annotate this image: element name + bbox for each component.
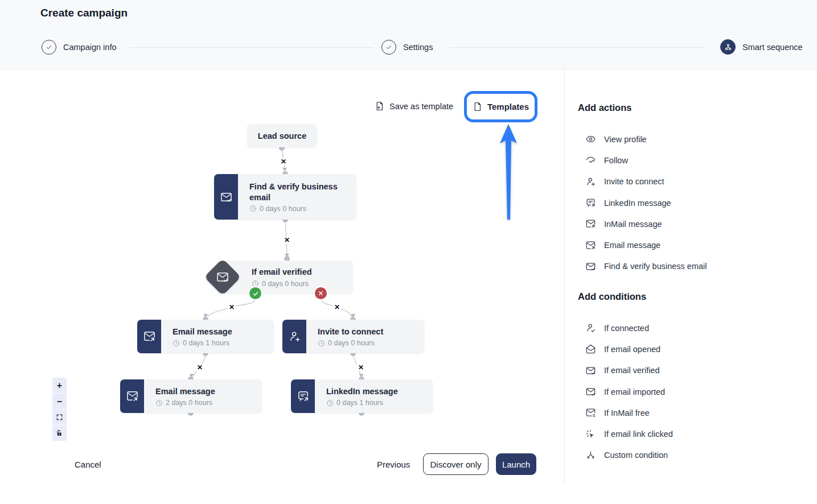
envelope-arrow-icon — [137, 320, 161, 353]
condition-custom[interactable]: Custom condition — [585, 445, 673, 466]
node-delay: 0 days 0 hours — [328, 339, 375, 347]
chat-arrow-icon — [585, 197, 596, 208]
step-label: Campaign info — [63, 43, 117, 52]
svg-text:$: $ — [593, 414, 596, 419]
clock-icon — [155, 399, 163, 407]
condition-label: Custom condition — [604, 451, 668, 460]
node-email-message-1[interactable]: Email message 0 days 1 hours — [137, 320, 274, 353]
eye-icon — [585, 134, 596, 144]
envelope-check-icon — [214, 174, 238, 220]
envelope-check-icon — [585, 365, 596, 376]
plus-icon: + — [57, 381, 62, 391]
save-as-template-label: Save as template — [389, 102, 453, 111]
step-label: Settings — [403, 43, 433, 52]
fork-icon — [585, 450, 596, 461]
condition-if-email-opened[interactable]: If email opened — [585, 338, 673, 360]
action-label: Invite to connect — [604, 177, 664, 186]
lock-button[interactable] — [52, 425, 67, 441]
remove-connection-icon[interactable]: ✕ — [196, 364, 204, 371]
add-conditions-heading: Add conditions — [578, 291, 646, 302]
create-campaign-page: Create campaign Campaign info Settings S… — [0, 0, 817, 504]
discover-only-button[interactable]: Discover only — [423, 453, 488, 475]
annotation-arrow-up — [495, 122, 522, 222]
node-title: Find & verify business email — [249, 181, 340, 202]
node-delay: 0 days 1 hours — [336, 399, 383, 407]
action-label: Find & verify business email — [604, 262, 707, 271]
remove-connection-icon[interactable]: ✕ — [280, 158, 288, 165]
step-campaign-info[interactable]: Campaign info — [42, 40, 117, 55]
step-settings[interactable]: Settings — [381, 40, 433, 55]
action-inmail-message[interactable]: InMail message — [585, 213, 707, 234]
remove-connection-icon[interactable]: ✕ — [228, 304, 236, 311]
condition-if-email-verified[interactable]: If email verified — [585, 360, 673, 381]
chat-arrow-icon — [291, 379, 315, 413]
action-follow[interactable]: Follow — [585, 150, 707, 171]
sequence-circle-icon — [720, 39, 736, 55]
templates-button[interactable]: Templates — [473, 102, 529, 111]
condition-label: If InMail free — [604, 408, 650, 418]
node-invite-to-connect[interactable]: Invite to connect 0 days 0 hours — [282, 320, 424, 353]
action-email-message[interactable]: Email message — [585, 234, 707, 255]
node-linkedin-message[interactable]: LinkedIn message 0 days 1 hours — [291, 379, 433, 413]
branch-yes-check-icon[interactable] — [248, 286, 262, 300]
eye-check-icon — [585, 155, 596, 166]
cancel-button[interactable]: Cancel — [75, 460, 101, 469]
remove-connection-icon[interactable]: ✕ — [333, 304, 341, 311]
check-circle-icon — [381, 40, 396, 55]
node-lead-source[interactable]: Lead source — [247, 124, 317, 147]
previous-button[interactable]: Previous — [377, 460, 410, 469]
action-linkedin-message[interactable]: LinkedIn message — [585, 192, 707, 213]
envelope-dollar-icon: $ — [585, 407, 596, 418]
zoom-out-button[interactable]: − — [52, 394, 67, 410]
fit-view-button[interactable] — [52, 410, 67, 425]
node-delay: 0 days 0 hours — [262, 280, 309, 288]
node-title: Email message — [155, 386, 215, 396]
save-as-template-button[interactable]: Save as template — [375, 101, 453, 111]
step-smart-sequence[interactable]: Smart sequence — [720, 39, 803, 55]
node-if-email-verified[interactable]: If email verified 0 days 0 hours — [222, 261, 353, 294]
templates-highlight[interactable]: Templates — [464, 91, 537, 122]
conditions-list: If connected If email opened If email ve… — [585, 317, 673, 466]
condition-label: If email opened — [604, 345, 660, 354]
node-title: Lead source — [258, 131, 306, 141]
step-connector — [450, 47, 706, 48]
condition-label: If connected — [604, 324, 649, 333]
step-label: Smart sequence — [742, 43, 803, 52]
node-find-verify-email[interactable]: Find & verify business email 0 days 0 ho… — [214, 174, 356, 220]
check-circle-icon — [42, 40, 56, 55]
action-label: View profile — [604, 135, 647, 144]
fit-view-icon — [56, 414, 63, 421]
clock-icon — [318, 340, 325, 347]
add-actions-heading: Add actions — [578, 102, 631, 113]
action-label: LinkedIn message — [604, 199, 671, 208]
envelope-arrow-icon — [585, 218, 596, 229]
envelope-open-icon — [585, 344, 596, 354]
launch-button[interactable]: Launch — [496, 453, 536, 475]
node-email-message-2[interactable]: Email message 2 days 0 hours — [120, 379, 262, 413]
clock-icon — [249, 205, 257, 212]
envelope-check-icon — [585, 386, 596, 397]
node-delay: 2 days 0 hours — [166, 399, 212, 407]
sidebar-divider — [564, 69, 565, 484]
node-delay: 0 days 0 hours — [260, 205, 306, 213]
person-check-icon — [585, 323, 596, 333]
remove-connection-icon[interactable]: ✕ — [283, 237, 291, 243]
action-find-verify-email[interactable]: Find & verify business email — [585, 256, 707, 277]
condition-label: If email link clicked — [604, 429, 673, 439]
condition-if-email-imported[interactable]: If email imported — [585, 381, 673, 402]
condition-label: If email imported — [604, 387, 665, 396]
condition-if-inmail-free[interactable]: $ If InMail free — [585, 402, 673, 423]
action-label: Email message — [604, 241, 660, 250]
action-view-profile[interactable]: View profile — [585, 129, 707, 150]
condition-if-email-link-clicked[interactable]: If email link clicked — [585, 423, 673, 444]
document-plus-icon — [375, 101, 384, 111]
remove-connection-icon[interactable]: ✕ — [357, 364, 365, 371]
branch-no-x-icon[interactable] — [314, 286, 328, 300]
action-label: Follow — [604, 156, 628, 165]
condition-label: If email verified — [604, 366, 660, 375]
action-label: InMail message — [604, 220, 662, 229]
zoom-in-button[interactable]: + — [52, 378, 67, 394]
templates-label: Templates — [487, 102, 529, 111]
condition-if-connected[interactable]: If connected — [585, 317, 673, 338]
action-invite-to-connect[interactable]: Invite to connect — [585, 171, 707, 192]
